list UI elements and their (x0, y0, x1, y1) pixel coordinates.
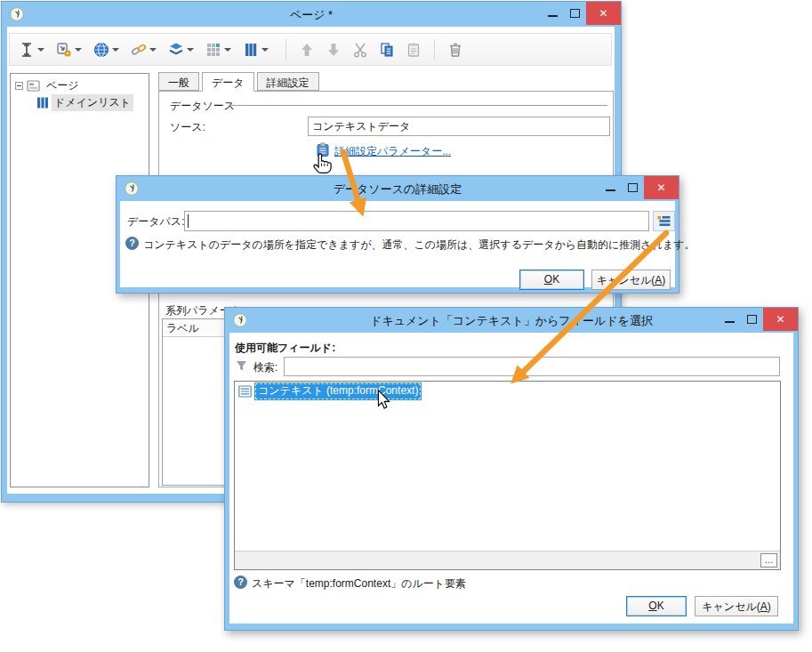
maximize-button[interactable] (741, 308, 763, 331)
close-icon: ✕ (656, 181, 665, 194)
delete-button[interactable] (442, 38, 469, 61)
tree-item-label: ドメインリスト (52, 94, 133, 111)
window-title: ページ * (2, 7, 621, 23)
field-picker-icon (657, 215, 671, 227)
close-icon: ✕ (599, 7, 607, 20)
move-down-button[interactable] (320, 38, 347, 61)
fields-listbox[interactable]: コンテキスト (temp:formContext) … (234, 381, 781, 570)
minimize-icon (606, 189, 615, 191)
minimize-button[interactable] (719, 308, 741, 331)
filter-icon (236, 360, 247, 372)
toolbar-separator (285, 39, 286, 60)
parameter-tool-icon[interactable] (54, 39, 74, 60)
selected-field-label: コンテキスト (temp:formContext) (254, 382, 422, 400)
grid-tool-dropdown-icon[interactable] (224, 48, 231, 52)
parameters-clipboard-icon (316, 142, 330, 157)
toolbar-separator (434, 39, 435, 60)
group-divider (229, 105, 607, 106)
list-item[interactable]: コンテキスト (temp:formContext) (235, 382, 780, 399)
help-text: コンテキストのデータの場所を指定できますが、通常、この場所は、選択するデータから… (143, 237, 695, 253)
property-tabs: 一般 データ 詳細設定 (158, 72, 322, 92)
main-toolbar (9, 33, 612, 66)
field-picker-button[interactable] (653, 211, 675, 231)
maximize-button[interactable] (622, 176, 644, 199)
tree-item-page[interactable]: ページ (11, 77, 149, 94)
tree-item-domain-list[interactable]: ドメインリスト (11, 94, 149, 111)
maximize-icon (628, 183, 638, 192)
move-up-button[interactable] (293, 38, 320, 61)
datapath-label: データパス: (127, 214, 184, 229)
source-combobox[interactable]: コンテキストデータ (308, 117, 610, 136)
web-tool-dropdown-icon[interactable] (112, 48, 119, 52)
dialog-titlebar[interactable]: データソースの詳細設定 ✕ (117, 176, 679, 201)
datapath-input[interactable] (184, 211, 649, 231)
tree-collapse-icon[interactable] (15, 82, 23, 90)
minimize-icon (725, 321, 735, 323)
link-tool-dropdown-icon[interactable] (149, 48, 157, 52)
minimize-button[interactable] (542, 2, 564, 25)
minimize-button[interactable] (599, 176, 622, 199)
tab-general[interactable]: 一般 (158, 72, 199, 91)
field-tool-icon[interactable] (17, 39, 36, 60)
grid-tool-icon[interactable] (204, 39, 223, 60)
main-titlebar[interactable]: ページ * ✕ (2, 2, 621, 27)
close-button[interactable]: ✕ (763, 308, 798, 331)
source-label: ソース: (170, 120, 205, 135)
dialog-title: ドキュメント「コンテキスト」からフィールドを選択 (225, 313, 798, 329)
parameter-tool-dropdown-icon[interactable] (75, 48, 82, 52)
columns-tool-dropdown-icon[interactable] (261, 48, 269, 52)
help-text: スキーマ「temp:formContext」のルート要素 (252, 576, 466, 592)
tree-item-label: ページ (44, 77, 82, 94)
advanced-parameters-link[interactable]: 詳細設定パラメーター... (334, 144, 451, 159)
close-button[interactable]: ✕ (586, 2, 621, 25)
cancel-button[interactable]: キャンセル(A) (591, 270, 671, 290)
maximize-button[interactable] (564, 2, 586, 25)
datasource-settings-dialog: データソースの詳細設定 ✕ データパス: ? コンテキストのデータ (116, 175, 679, 294)
columns-tool-icon[interactable] (241, 39, 261, 60)
tab-data[interactable]: データ (202, 72, 254, 92)
help-icon: ? (125, 237, 139, 250)
maximize-icon (570, 9, 580, 18)
cancel-button[interactable]: キャンセル(A) (695, 596, 778, 616)
page-icon (27, 80, 41, 93)
field-select-dialog: ドキュメント「コンテキスト」からフィールドを選択 ✕ 使用可能フィールド: 検索… (224, 307, 799, 631)
paste-button[interactable] (400, 38, 427, 61)
listbox-footer: … (235, 551, 780, 569)
ok-button[interactable]: OK (626, 596, 687, 616)
desktop: ページ * ✕ (0, 0, 812, 652)
close-icon: ✕ (776, 313, 784, 326)
search-input[interactable] (284, 357, 780, 376)
cut-button[interactable] (347, 38, 374, 61)
domain-list-icon (36, 97, 49, 109)
dialog-client: 使用可能フィールド: 検索: コンテキスト (temp:formContext)… (229, 333, 793, 624)
layers-tool-icon[interactable] (166, 39, 186, 60)
dialog-titlebar[interactable]: ドキュメント「コンテキスト」からフィールドを選択 ✕ (225, 308, 798, 333)
text-caret (188, 214, 189, 228)
link-tool-icon[interactable] (129, 39, 149, 60)
close-button[interactable]: ✕ (644, 176, 679, 199)
tab-advanced[interactable]: 詳細設定 (257, 72, 319, 91)
datasource-group-label: データソース (170, 99, 235, 114)
copy-button[interactable] (374, 38, 400, 61)
dialog-client: データパス: ? コンテキストのデータの場所を指定できますが、通常、この場所は、… (120, 201, 675, 287)
field-item-icon (238, 385, 252, 398)
help-icon: ? (234, 576, 247, 589)
search-label: 検索: (253, 360, 277, 375)
minimize-icon (548, 15, 558, 17)
layers-tool-dropdown-icon[interactable] (187, 48, 194, 52)
web-tool-icon[interactable] (92, 39, 111, 60)
ok-button[interactable]: OK (519, 270, 584, 290)
available-fields-label: 使用可能フィールド: (235, 341, 335, 356)
field-tool-dropdown-icon[interactable] (37, 48, 44, 52)
dialog-title: データソースの詳細設定 (117, 181, 679, 197)
maximize-icon (747, 315, 757, 324)
more-button[interactable]: … (760, 553, 777, 567)
